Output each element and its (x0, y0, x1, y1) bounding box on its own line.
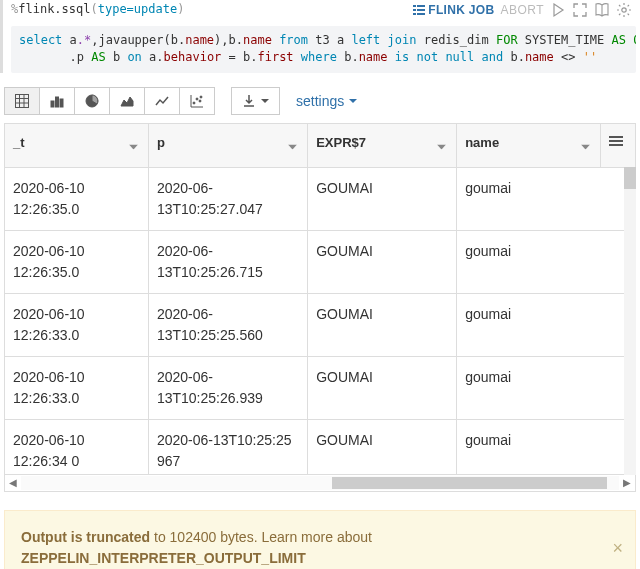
download-icon (242, 94, 256, 108)
svg-rect-2 (413, 9, 416, 11)
bar-chart-button[interactable] (39, 87, 75, 115)
svg-rect-3 (417, 9, 425, 11)
warning-code: ZEPPELIN_INTERPRETER_OUTPUT_LIMIT (21, 550, 306, 566)
table-cell: 2020-06-10 12:26:33.0 (5, 356, 149, 419)
pie-chart-button[interactable] (74, 87, 110, 115)
flink-job-link[interactable]: FLINK JOB (413, 3, 495, 17)
scroll-right-icon[interactable]: ▶ (619, 475, 635, 491)
table-icon (15, 94, 29, 108)
caret-down-icon (261, 99, 269, 103)
viz-type-group (4, 87, 215, 115)
table-cell: goumai (457, 230, 636, 293)
table-cell: goumai (457, 167, 636, 230)
table-cell: 2020-06-13T10:25:25.560 (148, 293, 307, 356)
svg-rect-0 (413, 5, 416, 7)
table-cell: goumai (457, 356, 636, 419)
svg-rect-12 (51, 101, 54, 107)
area-chart-button[interactable] (109, 87, 145, 115)
table-cell: GOUMAI (308, 167, 457, 230)
scatter-chart-icon (190, 94, 204, 108)
sort-caret-icon (129, 138, 138, 153)
table-cell: 2020-06-13T10:25:26.939 (148, 356, 307, 419)
table-cell: GOUMAI (308, 419, 457, 474)
svg-point-16 (193, 102, 195, 104)
table-cell: GOUMAI (308, 230, 457, 293)
table-row: 2020-06-10 12:26:33.02020-06-13T10:25:26… (5, 356, 636, 419)
svg-point-18 (199, 100, 201, 102)
table-cell: 2020-06-10 12:26:34 0 (5, 419, 149, 474)
close-icon[interactable]: × (612, 534, 623, 561)
area-chart-icon (120, 94, 134, 108)
table-cell: 2020-06-13T10:25:27.047 (148, 167, 307, 230)
column-header-t[interactable]: _t (5, 123, 149, 167)
play-icon[interactable] (550, 2, 566, 18)
table-cell: 2020-06-13T10:25:25 967 (148, 419, 307, 474)
svg-rect-4 (413, 13, 416, 15)
column-header-name[interactable]: name (457, 123, 601, 167)
output-truncated-warning: × Output is truncated to 102400 bytes. L… (4, 510, 636, 569)
svg-rect-5 (417, 13, 425, 15)
warning-strong: Output is truncated (21, 529, 150, 545)
svg-point-6 (622, 8, 626, 12)
bar-chart-icon (50, 94, 64, 108)
column-header-p[interactable]: p (148, 123, 307, 167)
sql-editor[interactable]: select a.*,javaupper(b.name),b.name from… (11, 26, 636, 73)
table-view-button[interactable] (4, 87, 40, 115)
abort-button[interactable]: ABORT (500, 3, 544, 17)
warning-text: to 102400 bytes. Learn more about (150, 529, 372, 545)
table-row: 2020-06-10 12:26:33.02020-06-13T10:25:25… (5, 293, 636, 356)
table-row: 2020-06-10 12:26:35.02020-06-13T10:25:26… (5, 230, 636, 293)
hamburger-icon (609, 134, 623, 148)
expand-icon[interactable] (572, 2, 588, 18)
table-cell: 2020-06-10 12:26:35.0 (5, 167, 149, 230)
table-cell: GOUMAI (308, 356, 457, 419)
download-group (231, 87, 280, 115)
svg-rect-14 (60, 99, 63, 107)
table-cell: 2020-06-10 12:26:33.0 (5, 293, 149, 356)
svg-rect-13 (56, 97, 59, 107)
flink-job-label: FLINK JOB (428, 3, 494, 17)
vertical-scrollbar[interactable] (624, 167, 636, 475)
sort-caret-icon (581, 138, 590, 153)
svg-rect-7 (16, 94, 29, 107)
settings-label: settings (296, 93, 344, 109)
gear-icon[interactable] (616, 2, 632, 18)
table-row: 2020-06-10 12:26:34 02020-06-13T10:25:25… (5, 419, 636, 474)
line-chart-icon (155, 94, 169, 108)
settings-link[interactable]: settings (296, 93, 357, 109)
download-button[interactable] (231, 87, 280, 115)
result-table: _t p EXPR$7 name 2020-06-10 12:26:35.020… (4, 123, 636, 475)
svg-point-17 (196, 98, 198, 100)
pie-chart-icon (85, 94, 99, 108)
sort-caret-icon (288, 138, 297, 153)
table-cell: 2020-06-10 12:26:35.0 (5, 230, 149, 293)
table-cell: goumai (457, 419, 636, 474)
caret-down-icon (349, 99, 357, 103)
table-row: 2020-06-10 12:26:35.02020-06-13T10:25:27… (5, 167, 636, 230)
book-icon[interactable] (594, 2, 610, 18)
column-header-expr[interactable]: EXPR$7 (308, 123, 457, 167)
sort-caret-icon (437, 138, 446, 153)
column-menu-button[interactable] (601, 123, 636, 167)
table-cell: 2020-06-13T10:25:26.715 (148, 230, 307, 293)
table-cell: goumai (457, 293, 636, 356)
line-chart-button[interactable] (144, 87, 180, 115)
table-cell: GOUMAI (308, 293, 457, 356)
svg-rect-1 (417, 5, 425, 7)
list-icon (413, 5, 425, 15)
scatter-chart-button[interactable] (179, 87, 215, 115)
scroll-left-icon[interactable]: ◀ (5, 475, 21, 491)
svg-point-19 (200, 96, 202, 98)
horizontal-scrollbar[interactable]: ◀ ▶ (4, 475, 636, 492)
